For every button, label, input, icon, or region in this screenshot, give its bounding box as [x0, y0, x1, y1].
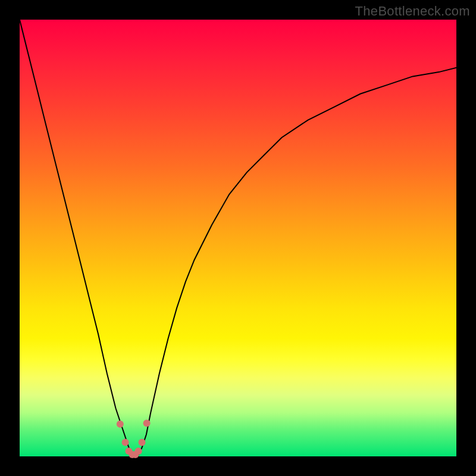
bottleneck-curve — [20, 20, 456, 456]
valley-dot — [122, 439, 129, 446]
valley-dot — [117, 421, 124, 428]
plot-area — [20, 20, 456, 456]
chart-frame: TheBottleneck.com — [0, 0, 476, 476]
curve-path — [20, 20, 456, 456]
valley-dot — [135, 447, 142, 455]
valley-dot — [139, 439, 146, 446]
watermark-text: TheBottleneck.com — [355, 4, 470, 19]
valley-dot — [143, 419, 151, 427]
